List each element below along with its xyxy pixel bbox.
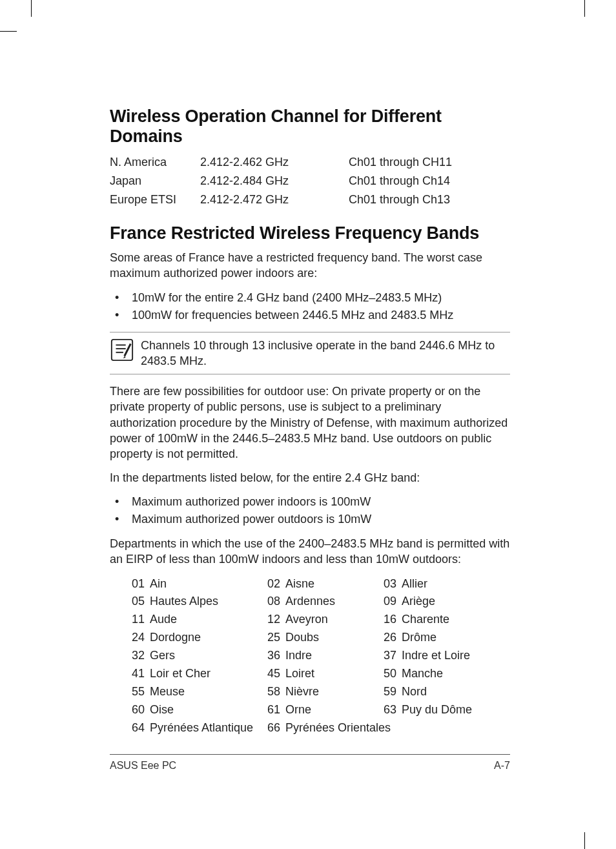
list-item: 100mW for frequencies between 2446.5 MHz…: [110, 307, 510, 324]
note-box: Channels 10 through 13 inclusive operate…: [110, 332, 510, 375]
dept-code: 24: [132, 629, 149, 647]
freq-cell: 2.412-2.484 GHz: [200, 174, 349, 188]
table-row: 55Meuse 58Nièvre 59Nord: [132, 683, 510, 701]
dept-name: Indre et Loire: [400, 647, 470, 665]
dept-name: Nièvre: [284, 683, 319, 701]
note-icon: [110, 338, 134, 362]
dept-name: Nord: [400, 683, 427, 701]
footer-right: A-7: [494, 760, 510, 772]
dept-name: Charente: [400, 611, 449, 629]
table-row: 64Pyrénées Atlantique 66Pyrénées Orienta…: [132, 719, 510, 737]
page-footer: ASUS Eee PC A-7: [110, 754, 510, 772]
department-grid: 01Ain 02Aisne 03Allier 05Hautes Alpes 08…: [132, 575, 510, 737]
dept-name: Puy du Dôme: [400, 701, 472, 719]
dept-code: 02: [267, 575, 284, 593]
dept-name: Oise: [149, 701, 174, 719]
table-row: 24Dordogne 25Doubs 26Drôme: [132, 629, 510, 647]
region-cell: N. America: [110, 156, 200, 169]
france-intro: Some areas of France have a restricted f…: [110, 250, 510, 281]
dept-code: 55: [132, 683, 149, 701]
table-row: Japan 2.412-2.484 GHz Ch01 through Ch14: [110, 172, 510, 190]
dept-code: 12: [267, 611, 284, 629]
dept-name: Hautes Alpes: [149, 593, 218, 611]
bullet-list: 10mW for the entire 2.4 GHz band (2400 M…: [110, 289, 510, 324]
channels-cell: Ch01 through Ch13: [349, 193, 510, 207]
list-item: Maximum authorized power indoors is 100m…: [110, 493, 510, 511]
dept-code: 63: [384, 701, 400, 719]
dept-name: Aveyron: [284, 611, 328, 629]
dept-code: 26: [384, 629, 400, 647]
channels-cell: Ch01 through Ch14: [349, 174, 510, 188]
dept-name: Aude: [149, 611, 177, 629]
dept-name: Indre: [284, 647, 312, 665]
dept-code: 59: [384, 683, 400, 701]
dept-name: Ardennes: [284, 593, 335, 611]
dept-code: 61: [267, 701, 284, 719]
dept-name: Meuse: [149, 683, 185, 701]
table-row: 60Oise 61Orne 63Puy du Dôme: [132, 701, 510, 719]
dept-intro: In the departments listed below, for the…: [110, 470, 510, 486]
dept-code: 41: [132, 665, 149, 683]
dept-name: Manche: [400, 665, 443, 683]
crop-mark: [31, 0, 32, 17]
bullet-list: Maximum authorized power indoors is 100m…: [110, 493, 510, 528]
dept-code: 01: [132, 575, 149, 593]
footer-left: ASUS Eee PC: [110, 760, 176, 772]
svg-rect-0: [112, 339, 132, 360]
dept-code: 58: [267, 683, 284, 701]
dept-code: 32: [132, 647, 149, 665]
list-item: Maximum authorized power outdoors is 10m…: [110, 511, 510, 528]
crop-mark: [0, 31, 17, 32]
dept-code: 05: [132, 593, 149, 611]
dept-name: Pyrénées Orientales: [284, 719, 391, 737]
region-cell: Japan: [110, 174, 200, 188]
dept-code: 45: [267, 665, 284, 683]
channels-cell: Ch01 through CH11: [349, 156, 510, 169]
freq-cell: 2.412-2.472 GHz: [200, 193, 349, 207]
dept-name: Pyrénées Atlantique: [149, 719, 253, 737]
outdoor-paragraph: There are few possibilities for outdoor …: [110, 384, 510, 462]
dept-code: 08: [267, 593, 284, 611]
crop-mark: [584, 0, 585, 17]
dept-code: 09: [384, 593, 400, 611]
page-content: Wireless Operation Channel for Different…: [110, 107, 510, 737]
region-cell: Europe ETSI: [110, 193, 200, 207]
dept-name: Orne: [284, 701, 311, 719]
dept-code: 16: [384, 611, 400, 629]
table-row: 01Ain 02Aisne 03Allier: [132, 575, 510, 593]
dept-name: Ain: [149, 575, 167, 593]
dept-paragraph: Departments in which the use of the 2400…: [110, 536, 510, 568]
heading-wireless: Wireless Operation Channel for Different…: [110, 107, 510, 147]
dept-name: Dordogne: [149, 629, 201, 647]
dept-code: 66: [267, 719, 284, 737]
domain-table: N. America 2.412-2.462 GHz Ch01 through …: [110, 153, 510, 209]
dept-name: Gers: [149, 647, 175, 665]
dept-name: Allier: [400, 575, 427, 593]
dept-name: Drôme: [400, 629, 436, 647]
dept-name: Loir et Cher: [149, 665, 210, 683]
dept-code: 64: [132, 719, 149, 737]
dept-name: Doubs: [284, 629, 319, 647]
dept-code: 25: [267, 629, 284, 647]
table-row: 11Aude 12Aveyron 16Charente: [132, 611, 510, 629]
crop-mark: [584, 832, 585, 849]
dept-name: Aisne: [284, 575, 314, 593]
table-row: 41Loir et Cher 45Loiret 50Manche: [132, 665, 510, 683]
dept-code: 37: [384, 647, 400, 665]
note-text: Channels 10 through 13 inclusive operate…: [141, 338, 510, 369]
dept-code: 11: [132, 611, 149, 629]
dept-code: 60: [132, 701, 149, 719]
heading-france: France Restricted Wireless Frequency Ban…: [110, 223, 510, 243]
freq-cell: 2.412-2.462 GHz: [200, 156, 349, 169]
table-row: 05Hautes Alpes 08Ardennes 09Ariège: [132, 593, 510, 611]
table-row: 32Gers 36Indre 37Indre et Loire: [132, 647, 510, 665]
table-row: Europe ETSI 2.412-2.472 GHz Ch01 through…: [110, 190, 510, 209]
dept-code: 50: [384, 665, 400, 683]
table-row: N. America 2.412-2.462 GHz Ch01 through …: [110, 153, 510, 172]
dept-name: Ariège: [400, 593, 435, 611]
dept-code: 36: [267, 647, 284, 665]
dept-name: Loiret: [284, 665, 314, 683]
list-item: 10mW for the entire 2.4 GHz band (2400 M…: [110, 289, 510, 307]
dept-code: 03: [384, 575, 400, 593]
